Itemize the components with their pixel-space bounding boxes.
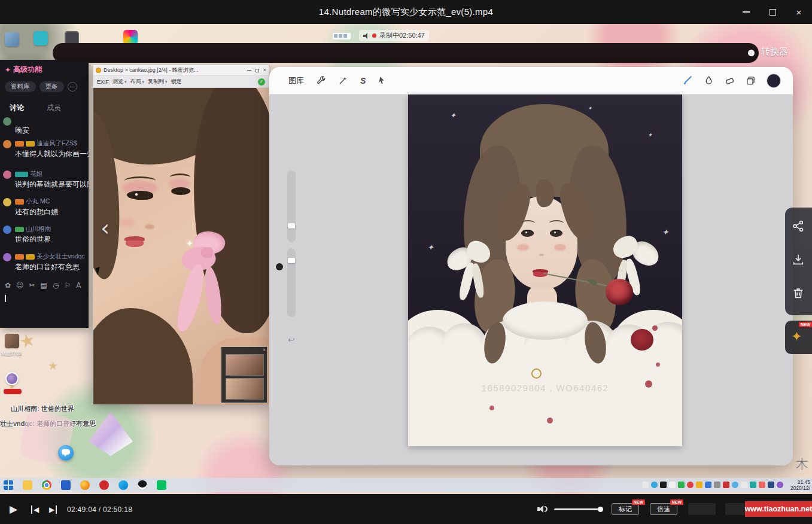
- wechat-icon[interactable]: [157, 480, 166, 490]
- tab-discussion[interactable]: 讨论: [10, 103, 24, 113]
- volume-slider[interactable]: [554, 508, 601, 510]
- play-button[interactable]: ▶: [10, 503, 17, 515]
- tray-icon[interactable]: [687, 482, 694, 488]
- sparkle-icon: ✦: [450, 111, 456, 120]
- slider-handle[interactable]: [288, 223, 295, 229]
- library-button[interactable]: 资料库: [5, 81, 36, 92]
- tray-icon[interactable]: [651, 482, 658, 488]
- mark-button[interactable]: 标记 NEW: [612, 503, 639, 515]
- speed-button[interactable]: 倍速 NEW: [650, 503, 677, 515]
- chat-tabs: 讨论 成员: [10, 103, 61, 113]
- eraser-icon[interactable]: [725, 75, 735, 86]
- toolbar-item-browse[interactable]: 浏览▾: [112, 78, 127, 86]
- flag-icon[interactable]: ⚐: [64, 281, 71, 290]
- selection-tool-button[interactable]: S: [360, 76, 366, 86]
- tray-icon[interactable]: [732, 482, 738, 488]
- taskbar-clock[interactable]: 21:45 2020/12/: [790, 479, 810, 491]
- tray-icon[interactable]: [678, 482, 685, 488]
- photo-eye: [127, 191, 153, 200]
- viewer-minimize-icon[interactable]: [247, 70, 251, 71]
- modify-button[interactable]: [276, 263, 283, 270]
- painting-canvas[interactable]: ✦ ✦ ✦ ✦ ✦: [408, 95, 682, 446]
- tray-icon[interactable]: [759, 482, 765, 488]
- video-frame[interactable]: 录制中02:50:47 转换器 ✦ 高级功能 资料库 更多 ⋯ 讨论 成员: [0, 24, 812, 494]
- layers-icon[interactable]: [746, 75, 756, 86]
- brush-size-slider[interactable]: [287, 170, 296, 242]
- photo-thumbnail[interactable]: [226, 354, 264, 376]
- toolbar-item-lock[interactable]: 锁定: [171, 78, 182, 86]
- chrome-icon[interactable]: [42, 480, 51, 490]
- more-button[interactable]: 更多: [39, 81, 64, 92]
- next-button[interactable]: ▶: [49, 505, 57, 514]
- smudge-icon[interactable]: [704, 75, 714, 86]
- undo-icon[interactable]: ↩: [288, 335, 295, 345]
- maximize-button[interactable]: [759, 0, 786, 24]
- edge-icon[interactable]: [118, 480, 128, 490]
- image-icon[interactable]: ▤: [41, 281, 47, 290]
- favorite-star-button[interactable]: ✦ NEW: [785, 321, 812, 354]
- tray-icon[interactable]: [741, 482, 747, 488]
- chat-bubble-button[interactable]: [58, 445, 74, 461]
- chat-buttons: 资料库 更多 ⋯: [5, 81, 77, 92]
- desktop-icon[interactable]: [123, 30, 138, 44]
- font-icon[interactable]: A: [76, 281, 81, 290]
- emoji-icon[interactable]: ☺: [16, 281, 24, 290]
- tray-icon[interactable]: [714, 482, 720, 488]
- tray-icon[interactable]: [642, 482, 649, 488]
- tab-members[interactable]: 成员: [47, 103, 61, 113]
- tray-icon[interactable]: [723, 482, 729, 488]
- flower-icon[interactable]: ✿: [5, 281, 11, 290]
- tray-icon[interactable]: [750, 482, 756, 488]
- tray-icon[interactable]: [777, 482, 783, 488]
- firefox-icon[interactable]: [80, 480, 90, 490]
- spiral-app-icon[interactable]: [5, 372, 19, 385]
- tray-icon[interactable]: [768, 482, 774, 488]
- close-button[interactable]: ×: [786, 0, 812, 24]
- download-icon[interactable]: [792, 253, 805, 269]
- thumbnail-close-icon[interactable]: ×: [263, 347, 266, 352]
- wrench-icon[interactable]: [316, 75, 326, 86]
- check-icon[interactable]: ✓: [258, 78, 265, 86]
- viewer-close-icon[interactable]: ×: [263, 68, 266, 73]
- start-button-icon[interactable]: [4, 480, 13, 490]
- corner-watermark: 木: [796, 456, 808, 473]
- color-swatch[interactable]: [767, 74, 781, 88]
- slider-handle[interactable]: [288, 258, 295, 263]
- tray-icon[interactable]: [696, 482, 702, 488]
- clock-icon[interactable]: ◷: [53, 281, 59, 290]
- previous-button[interactable]: ◀: [31, 505, 39, 514]
- player-extra-button-1[interactable]: [688, 503, 716, 515]
- photo-thumbnail[interactable]: [226, 378, 264, 400]
- brush-opacity-slider[interactable]: [287, 248, 296, 317]
- tray-icon[interactable]: [660, 482, 667, 488]
- minimize-button[interactable]: [733, 0, 759, 24]
- file-explorer-icon[interactable]: [23, 480, 32, 490]
- gallery-button[interactable]: 图库: [288, 75, 304, 86]
- adjustments-wand-icon[interactable]: [338, 75, 348, 86]
- scissors-icon[interactable]: ✂: [29, 281, 35, 290]
- volume-knob[interactable]: [598, 507, 603, 512]
- chat-input-caret[interactable]: [5, 295, 6, 302]
- qq-icon[interactable]: [138, 480, 147, 490]
- share-icon[interactable]: [792, 220, 805, 235]
- desktop-avatar[interactable]: [5, 334, 19, 348]
- toolbar-item-layout[interactable]: 布局▾: [130, 78, 145, 86]
- bow-tail: [173, 263, 209, 334]
- volume-icon[interactable]: [537, 505, 548, 513]
- blush: [517, 244, 529, 251]
- desktop-icon[interactable]: [34, 31, 48, 45]
- previous-image-button[interactable]: ‹: [101, 215, 110, 241]
- tray-icon[interactable]: [669, 482, 676, 488]
- panel-menu-icon[interactable]: ⋯: [68, 82, 77, 92]
- tray-icon[interactable]: [705, 482, 711, 488]
- toolbar-item-exif[interactable]: EXIF: [97, 79, 109, 85]
- desktop-icon[interactable]: [5, 32, 19, 47]
- trash-icon[interactable]: [792, 287, 805, 302]
- app-icon[interactable]: [61, 480, 71, 490]
- toolbar-item-copyto[interactable]: 复制到▾: [148, 78, 168, 86]
- music-app-icon[interactable]: [99, 480, 109, 490]
- transform-arrow-icon[interactable]: [378, 76, 387, 85]
- recording-label: 录制中02:50:47: [379, 31, 425, 40]
- brush-icon[interactable]: [682, 75, 693, 86]
- viewer-maximize-icon[interactable]: [256, 69, 259, 72]
